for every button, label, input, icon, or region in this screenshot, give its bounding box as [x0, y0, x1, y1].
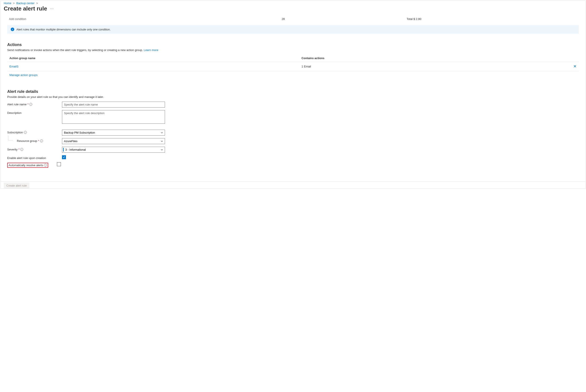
- table-row: EmailS 1 Email ✕: [7, 62, 579, 71]
- breadcrumb-backup-center[interactable]: Backup center: [17, 2, 35, 5]
- close-icon[interactable]: ✕: [573, 64, 576, 68]
- action-group-link[interactable]: EmailS: [10, 65, 19, 68]
- resource-group-select[interactable]: [62, 138, 165, 144]
- subscription-label: Subscription i: [7, 130, 62, 134]
- alert-rule-name-input[interactable]: [62, 102, 165, 108]
- breadcrumb-home[interactable]: Home: [4, 2, 12, 5]
- description-input[interactable]: [62, 110, 165, 124]
- alert-rule-name-label: Alert rule name * i: [7, 102, 62, 106]
- severity-color-bar: [63, 148, 64, 152]
- create-alert-rule-button[interactable]: Create alert rule: [4, 183, 29, 188]
- condition-row: Add condition 28 Total $ 2.80: [7, 12, 579, 25]
- info-icon[interactable]: i: [44, 164, 47, 167]
- condition-total: Total $ 2.80: [407, 17, 577, 20]
- enable-upon-creation-label: Enable alert rule upon creation: [7, 155, 62, 160]
- description-label: Description: [7, 110, 62, 114]
- tree-line-icon: [8, 136, 13, 140]
- enable-upon-creation-checkbox[interactable]: [62, 155, 66, 159]
- resource-group-label: Resource group * i: [7, 138, 62, 142]
- info-icon: i: [11, 28, 14, 31]
- actions-section: Actions Send notifications or invoke act…: [7, 42, 579, 79]
- alert-rule-details-section: Alert rule details Provide details on yo…: [7, 89, 579, 168]
- col-header-contains: Contains actions: [301, 56, 570, 60]
- breadcrumb: Home > Backup center >: [1, 1, 585, 5]
- auto-resolve-checkbox[interactable]: [57, 162, 61, 166]
- info-banner-text: Alert rules that monitor multiple dimens…: [17, 28, 111, 31]
- page-title: Create alert rule: [4, 5, 47, 12]
- info-icon[interactable]: i: [40, 140, 43, 142]
- condition-count: 28: [282, 17, 407, 20]
- actions-learn-more-link[interactable]: Learn more: [144, 48, 158, 52]
- severity-label: Severity * i: [7, 147, 62, 151]
- severity-select[interactable]: [62, 147, 165, 153]
- chevron-right-icon: >: [36, 2, 38, 5]
- action-groups-table: Action group name Contains actions Email…: [7, 55, 579, 79]
- manage-action-groups-link[interactable]: Manage action groups: [10, 73, 38, 77]
- add-condition-button[interactable]: Add condition: [9, 17, 26, 20]
- chevron-right-icon: >: [13, 2, 15, 5]
- action-group-contains: 1 Email: [301, 65, 570, 68]
- info-icon[interactable]: i: [20, 148, 23, 151]
- info-icon[interactable]: i: [24, 131, 27, 134]
- details-description: Provide details on your alert rule so th…: [7, 95, 579, 98]
- col-header-name: Action group name: [10, 56, 301, 60]
- bottom-bar: Create alert rule: [1, 182, 585, 188]
- actions-heading: Actions: [7, 42, 579, 47]
- actions-description: Send notifications or invoke actions whe…: [7, 48, 579, 52]
- details-heading: Alert rule details: [7, 89, 579, 94]
- info-banner: i Alert rules that monitor multiple dime…: [7, 25, 579, 34]
- info-icon[interactable]: i: [29, 103, 32, 106]
- more-icon[interactable]: ···: [50, 7, 54, 11]
- auto-resolve-label: Automatically resolve alerts: [9, 164, 43, 167]
- auto-resolve-highlight: Automatically resolve alerts i: [7, 163, 48, 168]
- subscription-select[interactable]: [62, 130, 165, 136]
